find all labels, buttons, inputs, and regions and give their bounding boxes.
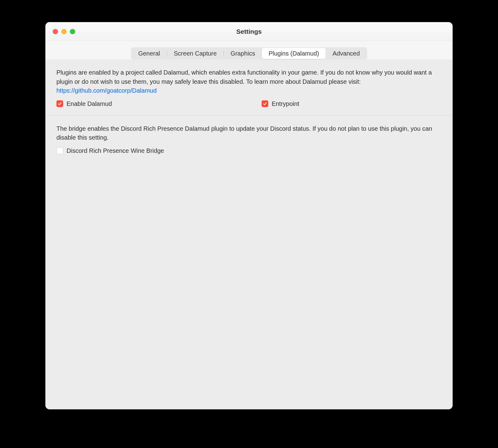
tab-advanced[interactable]: Advanced [326,48,366,59]
tab-screen-capture[interactable]: Screen Capture [167,48,224,59]
dalamud-link[interactable]: https://github.com/goatcorp/Dalamud [56,87,157,94]
entrypoint-label: Entrypoint [272,100,299,107]
discord-bridge-checkbox[interactable] [56,147,63,154]
plugins-section: Plugins are enabled by a project called … [45,60,453,115]
checkmark-icon [263,102,267,106]
tabbar: General Screen Capture Graphics Plugins … [131,47,367,60]
maximize-button[interactable] [70,29,75,34]
content-area: Plugins are enabled by a project called … [45,60,453,409]
plugins-description: Plugins are enabled by a project called … [56,68,442,95]
enable-dalamud-label: Enable Dalamud [67,100,112,107]
window-title: Settings [45,28,453,35]
checkmark-icon [58,102,62,106]
minimize-button[interactable] [61,29,67,34]
bridge-section: The bridge enables the Discord Rich Pres… [45,115,453,162]
tab-graphics[interactable]: Graphics [224,48,262,59]
tab-plugins[interactable]: Plugins (Dalamud) [262,48,326,59]
bridge-description: The bridge enables the Discord Rich Pres… [56,124,442,142]
plugins-checkbox-row: Enable Dalamud Entrypoint [56,100,442,107]
bridge-checkbox-row: Discord Rich Presence Wine Bridge [56,147,442,154]
tab-general[interactable]: General [132,48,167,59]
discord-bridge-label: Discord Rich Presence Wine Bridge [67,147,164,154]
discord-bridge-group: Discord Rich Presence Wine Bridge [56,147,442,154]
close-button[interactable] [53,29,58,34]
entrypoint-checkbox[interactable] [262,100,268,107]
traffic-lights [53,29,75,34]
settings-window: Settings General Screen Capture Graphics… [45,22,453,409]
enable-dalamud-checkbox[interactable] [56,100,63,107]
enable-dalamud-group: Enable Dalamud [56,100,112,107]
titlebar: Settings [45,22,453,41]
tabbar-container: General Screen Capture Graphics Plugins … [45,41,453,60]
plugins-description-text: Plugins are enabled by a project called … [56,69,432,85]
entrypoint-group: Entrypoint [262,100,299,107]
